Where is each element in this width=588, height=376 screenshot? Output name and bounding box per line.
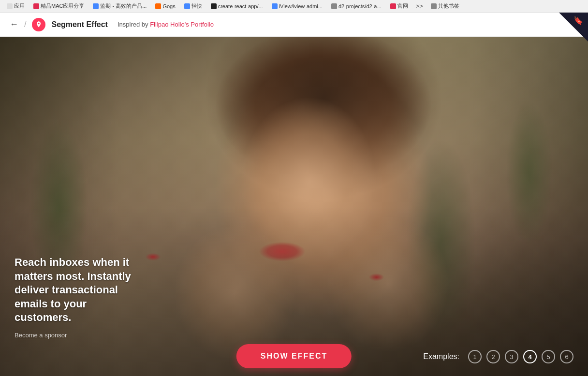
- bookmark-favicon: [7, 3, 13, 9]
- bottom-text-block: Reach inboxes when it matters most. Inst…: [15, 256, 140, 339]
- nav-separator: /: [24, 20, 26, 29]
- bookmark-favicon: [390, 3, 396, 9]
- show-effect-button[interactable]: SHOW EFFECT: [236, 344, 352, 368]
- bookmark-favicon: [93, 3, 99, 9]
- example-number-4[interactable]: 4: [523, 350, 537, 363]
- bookmark-item[interactable]: 监期 - 高效的产品...: [90, 1, 149, 11]
- nav-inspired-text: Inspired by Filipao Hollo's Portfolio: [118, 21, 214, 28]
- main-content: Reach inboxes when it matters most. Inst…: [0, 37, 588, 376]
- bookmark-label: d2-projects/d2-a...: [338, 3, 382, 9]
- nav-brand-icon: [32, 18, 45, 31]
- airbnb-icon: [35, 21, 43, 29]
- bookmark-item[interactable]: Gogs: [152, 2, 178, 10]
- bookmark-item[interactable]: d2-projects/d2-a...: [328, 2, 384, 10]
- bookmark-item[interactable]: create-react-app/...: [208, 2, 266, 10]
- bookmarks-bar: 应用 精品MAC应用分享 监期 - 高效的产品... Gogs 轻快 creat…: [0, 0, 588, 13]
- bookmark-favicon: [431, 3, 437, 9]
- bookmark-label: 官网: [397, 2, 408, 10]
- example-number-5[interactable]: 5: [542, 350, 555, 363]
- bookmark-favicon: [155, 3, 161, 9]
- bookmark-label: 监期 - 高效的产品...: [100, 2, 147, 10]
- example-number-3[interactable]: 3: [505, 350, 518, 363]
- bookmark-label: 应用: [14, 2, 25, 10]
- bookmark-label: Gogs: [162, 3, 175, 9]
- bookmark-item[interactable]: 精品MAC应用分享: [30, 1, 87, 11]
- back-button[interactable]: ←: [10, 19, 18, 29]
- bookmark-label: 轻快: [191, 2, 202, 10]
- bookmark-item-other[interactable]: 其他书签: [428, 1, 462, 11]
- inspired-portfolio-link[interactable]: Filipao Hollo's Portfolio: [150, 21, 214, 28]
- bookmark-item[interactable]: iView/iview-admi...: [269, 2, 325, 10]
- bookmark-label: 精品MAC应用分享: [41, 2, 84, 10]
- svg-text:🔖: 🔖: [573, 16, 583, 25]
- bookmark-item[interactable]: 应用: [4, 1, 28, 11]
- example-number-2[interactable]: 2: [486, 350, 500, 363]
- app-nav: 🔖 ← / Segment Effect Inspired by Filipao…: [0, 13, 588, 37]
- bookmark-favicon: [272, 3, 278, 9]
- bookmark-favicon: [184, 3, 190, 9]
- main-tagline: Reach inboxes when it matters most. Inst…: [15, 256, 140, 325]
- examples-nav: Examples: 1 2 3 4 5 6: [423, 350, 573, 363]
- bookmark-favicon: [331, 3, 337, 9]
- page-title: Segment Effect: [51, 20, 107, 29]
- bookmark-item[interactable]: 官网: [387, 1, 411, 11]
- example-number-1[interactable]: 1: [468, 350, 482, 363]
- sponsor-link[interactable]: Become a sponsor: [15, 332, 67, 339]
- bookmark-label: create-react-app/...: [218, 3, 263, 9]
- bookmark-item[interactable]: 轻快: [181, 1, 205, 11]
- examples-label: Examples:: [423, 352, 459, 361]
- bookmark-corner-icon: 🔖: [567, 14, 586, 34]
- example-number-6[interactable]: 6: [560, 350, 573, 363]
- bookmark-label: iView/iview-admi...: [279, 3, 323, 9]
- more-bookmarks-button[interactable]: >>: [414, 2, 425, 10]
- bookmark-favicon: [211, 3, 217, 9]
- bookmark-favicon: [33, 3, 39, 9]
- bookmark-label: 其他书签: [438, 2, 459, 10]
